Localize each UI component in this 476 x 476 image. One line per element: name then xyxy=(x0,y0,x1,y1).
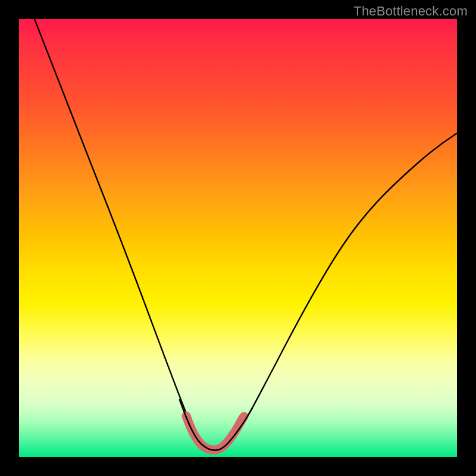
chart-plot-area xyxy=(19,19,457,457)
chart-frame: TheBottleneck.com xyxy=(0,0,476,476)
bottom-highlight xyxy=(186,416,242,450)
chart-curve-layer xyxy=(19,19,457,457)
watermark-text: TheBottleneck.com xyxy=(353,4,468,19)
bottleneck-curve xyxy=(35,19,457,450)
